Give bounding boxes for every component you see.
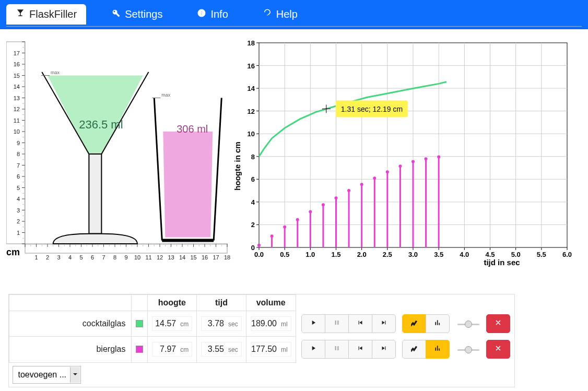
line-chart-button[interactable]	[402, 340, 426, 359]
svg-text:0: 0	[251, 244, 255, 252]
pause-icon	[333, 345, 340, 353]
svg-text:12: 12	[248, 108, 255, 115]
add-glass-select[interactable]: toevoegen ...	[13, 366, 81, 384]
svg-text:18: 18	[224, 254, 230, 260]
svg-point-503	[386, 170, 389, 173]
tab-help[interactable]: Help	[253, 4, 307, 25]
skip-forward-icon	[380, 345, 387, 353]
bar-chart-button[interactable]	[426, 314, 450, 333]
to-start-button[interactable]	[348, 314, 372, 333]
delete-button[interactable]	[486, 314, 510, 333]
svg-text:7: 7	[17, 162, 20, 169]
play-button[interactable]	[301, 314, 325, 333]
svg-text:9: 9	[124, 254, 127, 260]
simulation-panel: 1234567891011121314151617cm1234567891011…	[6, 39, 231, 270]
tab-info[interactable]: Info	[187, 4, 237, 25]
svg-point-483	[257, 244, 261, 247]
tab-label: Info	[210, 8, 228, 20]
svg-text:10: 10	[14, 128, 20, 135]
table-row: cocktailglas14.57cm3.78sec189.00ml	[9, 311, 515, 337]
svg-text:max: max	[161, 92, 171, 98]
close-icon	[495, 345, 502, 353]
svg-text:5.0: 5.0	[511, 251, 521, 258]
glass-name: cocktailglas	[9, 311, 132, 337]
svg-text:hoogte in cm: hoogte in cm	[233, 141, 242, 190]
tijd-input[interactable]: 3.78sec	[201, 316, 241, 331]
table-row: bierglas7.97cm3.55sec177.50ml	[9, 337, 515, 362]
wrench-icon	[111, 8, 121, 20]
play-button[interactable]	[301, 340, 325, 359]
skip-forward-icon	[380, 319, 387, 328]
svg-text:17: 17	[213, 254, 219, 260]
svg-text:0.0: 0.0	[254, 251, 264, 258]
volume-input[interactable]: 177.50ml	[251, 342, 291, 357]
svg-text:0.5: 0.5	[280, 251, 289, 258]
svg-text:3.0: 3.0	[408, 251, 418, 258]
info-icon	[197, 8, 206, 20]
color-swatch[interactable]	[136, 346, 143, 353]
svg-marker-407	[163, 132, 213, 238]
svg-text:6: 6	[91, 254, 94, 260]
svg-text:18: 18	[248, 39, 255, 47]
svg-text:1.31 sec; 12.19 cm: 1.31 sec; 12.19 cm	[341, 105, 403, 113]
volume-input[interactable]: 189.00ml	[251, 316, 291, 331]
close-icon	[495, 319, 502, 328]
svg-text:13: 13	[168, 254, 174, 260]
svg-point-491	[309, 210, 312, 213]
svg-point-487	[283, 226, 286, 229]
bar-chart-button[interactable]	[426, 340, 450, 359]
svg-rect-405	[89, 154, 101, 234]
svg-text:2: 2	[251, 221, 255, 229]
svg-point-505	[398, 164, 402, 168]
svg-text:cm: cm	[6, 247, 20, 257]
svg-line-408	[154, 98, 162, 241]
svg-marker-400	[48, 76, 143, 155]
svg-point-507	[411, 160, 415, 163]
speed-slider[interactable]	[456, 340, 480, 359]
svg-point-509	[425, 157, 428, 160]
svg-text:15: 15	[190, 254, 196, 260]
svg-text:6: 6	[251, 175, 255, 183]
play-icon	[310, 345, 317, 353]
pause-button[interactable]	[325, 340, 349, 359]
control-table: hoogte tijd volume cocktailglas14.57cm3.…	[8, 294, 515, 387]
svg-text:max: max	[51, 70, 60, 75]
to-end-button[interactable]	[372, 340, 396, 359]
svg-text:8: 8	[17, 151, 20, 157]
glass-name: bierglas	[9, 337, 132, 362]
svg-text:16: 16	[248, 62, 255, 70]
to-end-button[interactable]	[372, 314, 396, 333]
speed-slider[interactable]	[456, 315, 480, 334]
play-icon	[310, 319, 317, 328]
delete-button[interactable]	[486, 340, 510, 359]
svg-point-511	[437, 155, 440, 158]
svg-point-501	[373, 176, 376, 180]
chart-canvas[interactable]: 0.00.51.01.52.02.53.03.54.04.55.05.56.00…	[233, 39, 572, 268]
col-tijd: tijd	[197, 295, 246, 311]
svg-text:5: 5	[17, 185, 20, 191]
tab-settings[interactable]: Settings	[102, 4, 172, 25]
pause-button[interactable]	[325, 314, 349, 333]
col-volume: volume	[246, 295, 296, 311]
svg-text:7: 7	[102, 254, 105, 260]
svg-point-499	[360, 183, 363, 186]
simulation-canvas[interactable]: 1234567891011121314151617cm1234567891011…	[6, 39, 231, 263]
svg-text:14: 14	[248, 85, 255, 92]
hoogte-input[interactable]: 14.57cm	[152, 316, 193, 331]
color-swatch[interactable]	[136, 320, 143, 327]
hoogte-input[interactable]: 7.97cm	[152, 342, 193, 357]
svg-text:8: 8	[113, 254, 116, 260]
tab-flaskfiller[interactable]: FlaskFiller	[6, 4, 86, 25]
pause-icon	[333, 319, 340, 328]
svg-text:10: 10	[134, 254, 140, 260]
svg-text:6: 6	[17, 173, 20, 180]
line-chart-button[interactable]	[402, 314, 426, 333]
glass-icon	[16, 8, 25, 20]
chart-panel: 0.00.51.01.52.02.53.03.54.04.55.05.56.00…	[233, 39, 582, 270]
svg-point-497	[347, 189, 350, 192]
line-chart-icon	[410, 345, 418, 353]
skip-back-icon	[357, 345, 364, 353]
svg-text:1.0: 1.0	[305, 251, 315, 258]
to-start-button[interactable]	[348, 340, 372, 359]
tijd-input[interactable]: 3.55sec	[201, 342, 241, 357]
